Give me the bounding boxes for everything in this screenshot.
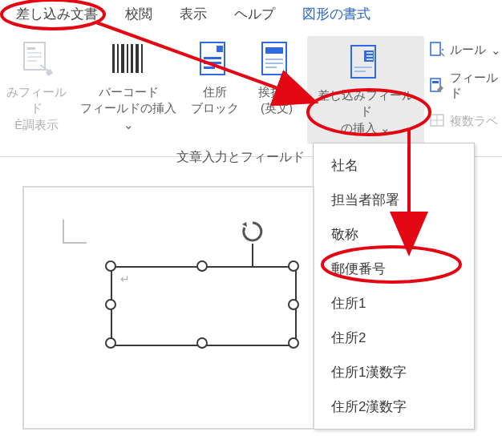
ribbon-group: みフィールド È調表示 バーコード フィールドの挿入 ⌄ — [0, 28, 502, 157]
svg-rect-27 — [354, 67, 372, 68]
svg-rect-21 — [265, 67, 277, 68]
match-fields-button[interactable]: フィールド — [429, 71, 502, 101]
svg-point-40 — [106, 300, 115, 309]
svg-point-41 — [289, 300, 298, 309]
highlight-merge-fields-button: みフィールド È調表示 — [0, 36, 73, 133]
tab-view[interactable]: 表示 — [180, 5, 207, 23]
ribbon-tabs: 差し込み文書 校閲 表示 ヘルプ 図形の書式 — [0, 0, 502, 28]
merge-field-dropdown: 社名 担当者部署 敬称 郵便番号 住所1 住所2 住所1漢数字 住所2漢数字 — [313, 143, 475, 430]
ribbon-mini-column: ルール ⌄ フィールド 複数ラベ — [429, 36, 502, 131]
menu-item-title[interactable]: 敬称 — [314, 217, 474, 252]
menu-item-company[interactable]: 社名 — [314, 148, 474, 183]
rules-button[interactable]: ルール ⌄ — [429, 41, 502, 59]
match-fields-icon — [429, 77, 445, 95]
label: 複数ラベ — [450, 114, 498, 129]
barcode-field-button[interactable]: バーコード フィールドの挿入 ⌄ — [73, 36, 184, 133]
menu-item-addr2[interactable]: 住所2 — [314, 321, 474, 355]
svg-point-42 — [106, 338, 115, 348]
greeting-line-button[interactable]: 挨拶文 (英文) — [246, 36, 308, 117]
svg-rect-13 — [217, 46, 223, 52]
label-line2: ブロック — [191, 100, 239, 116]
greeting-icon — [254, 36, 299, 81]
svg-rect-15 — [204, 62, 221, 64]
label-line1: バーコード — [99, 84, 159, 100]
svg-point-30 — [442, 49, 443, 50]
svg-point-38 — [197, 261, 207, 271]
selection-handles[interactable] — [24, 188, 313, 428]
tab-shape-format[interactable]: 図形の書式 — [302, 5, 370, 23]
svg-rect-11 — [141, 44, 143, 73]
tab-mailmerge[interactable]: 差し込み文書 — [16, 5, 98, 23]
label: ルール — [450, 42, 486, 58]
label-line2: フィールドの挿入 — [80, 101, 176, 115]
svg-rect-6 — [117, 44, 119, 73]
svg-point-37 — [106, 261, 115, 271]
label-line2: (英文) — [261, 100, 293, 116]
svg-rect-18 — [265, 47, 283, 54]
chevron-down-icon: ⌄ — [491, 43, 501, 58]
document-canvas[interactable]: ↵ — [22, 186, 314, 430]
svg-point-44 — [289, 338, 298, 348]
svg-point-43 — [197, 338, 207, 348]
insert-merge-field-button[interactable]: 差し込みフィールド の挿入 ⌄ — [307, 36, 423, 144]
document-icon — [14, 36, 59, 81]
svg-rect-9 — [131, 44, 133, 73]
svg-rect-29 — [431, 42, 440, 55]
svg-rect-3 — [27, 56, 42, 58]
label-line1: 住所 — [203, 84, 227, 100]
svg-rect-20 — [265, 63, 283, 64]
menu-item-addr1[interactable]: 住所1 — [314, 286, 474, 321]
label-line2: È調表示 — [14, 117, 59, 133]
ribbon-group-label: 文章入力とフィールド — [176, 149, 305, 166]
insert-field-icon — [343, 39, 388, 84]
tab-help[interactable]: ヘルプ — [234, 5, 275, 23]
address-block-icon — [192, 36, 237, 81]
menu-item-dept[interactable]: 担当者部署 — [314, 183, 474, 217]
label: フィールド — [450, 71, 502, 101]
svg-rect-14 — [204, 57, 221, 59]
svg-rect-19 — [265, 59, 283, 60]
svg-rect-2 — [27, 52, 42, 54]
chevron-down-icon: ⌄ — [123, 118, 134, 131]
address-block-button[interactable]: 住所 ブロック — [184, 36, 246, 117]
labels-icon — [429, 112, 445, 131]
svg-rect-1 — [27, 47, 35, 50]
rules-icon — [429, 41, 445, 59]
svg-rect-7 — [121, 44, 124, 73]
svg-rect-32 — [432, 81, 439, 83]
svg-rect-5 — [112, 44, 115, 73]
menu-item-postal[interactable]: 郵便番号 — [314, 252, 474, 286]
menu-item-addr1k[interactable]: 住所1漢数字 — [314, 355, 474, 389]
label-line2: の挿入 — [341, 121, 377, 135]
label-line1: 挨拶文 — [258, 84, 294, 100]
svg-point-39 — [289, 261, 298, 271]
label-line1: 差し込みフィールド — [312, 87, 419, 120]
menu-item-addr2k[interactable]: 住所2漢数字 — [314, 389, 474, 424]
update-labels-button: 複数ラベ — [429, 112, 502, 131]
svg-rect-10 — [136, 44, 139, 73]
tab-review[interactable]: 校閲 — [125, 5, 152, 23]
svg-rect-28 — [354, 71, 366, 72]
chevron-down-icon: ⌄ — [380, 121, 391, 135]
barcode-icon — [106, 36, 151, 81]
svg-rect-16 — [204, 67, 215, 69]
svg-rect-4 — [27, 60, 37, 62]
svg-rect-8 — [127, 44, 128, 73]
label-line1: みフィールド — [5, 84, 68, 117]
